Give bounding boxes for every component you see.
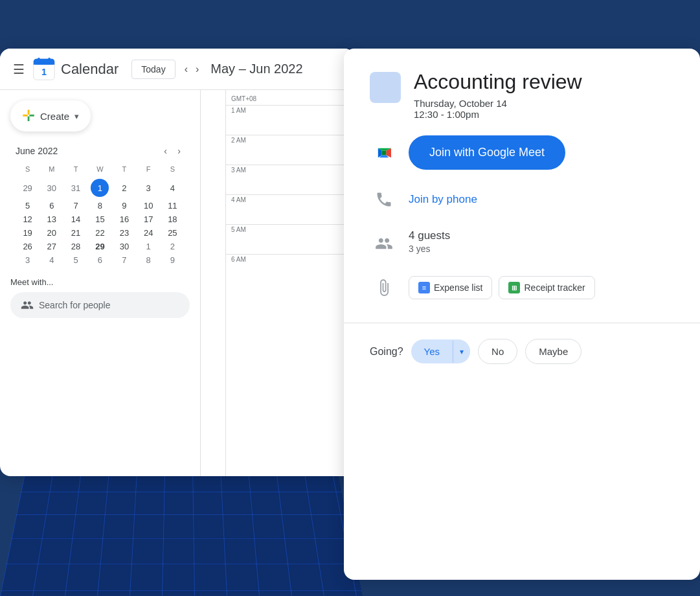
time-row-1am: 1 AM (226, 105, 355, 135)
rsvp-section: Going? Yes ▾ No Maybe (370, 339, 674, 364)
calendar-day[interactable]: 12 (16, 212, 40, 226)
calendar-day[interactable]: 2 (112, 177, 136, 199)
calendar-day[interactable]: 29 (16, 177, 40, 199)
calendar-day[interactable]: 10 (137, 199, 161, 212)
guests-section: 4 guests 3 yes (370, 229, 674, 258)
time-row-5am: 5 AM (226, 224, 355, 254)
event-color-indicator (370, 72, 401, 103)
mini-calendar-month: June 2022 (16, 146, 58, 156)
today-button[interactable]: Today (131, 60, 175, 79)
mini-cal-next[interactable]: › (174, 144, 185, 157)
calendar-day[interactable]: 19 (16, 226, 40, 240)
calendar-day[interactable]: 5 (63, 253, 87, 267)
calendar-day[interactable]: 24 (137, 226, 161, 240)
join-phone-link[interactable]: Join by phone (409, 193, 477, 206)
app-title: Calendar (61, 61, 119, 78)
day-header-thu: T (112, 164, 136, 177)
calendar-day[interactable]: 2 (161, 240, 185, 253)
rsvp-yes-group: Yes ▾ (411, 339, 470, 363)
calendar-day[interactable]: 4 (40, 253, 63, 267)
google-calendar-logo: 1 (32, 58, 56, 81)
calendar-day[interactable]: 28 (63, 240, 87, 253)
date-range-label: May – Jun 2022 (210, 62, 302, 76)
calendar-day[interactable]: 1 (137, 240, 161, 253)
calendar-day[interactable]: 16 (112, 212, 136, 226)
calendar-day[interactable]: 27 (40, 240, 63, 253)
event-date: Thursday, October 14 (414, 98, 582, 109)
calendar-day[interactable]: 3 (137, 177, 161, 199)
day-header-sat: S (161, 164, 185, 177)
create-button[interactable]: ✛ Create ▾ (10, 100, 91, 132)
time-row-3am: 3 AM (226, 165, 355, 194)
guests-yes: 3 yes (409, 244, 450, 254)
svg-rect-6 (48, 58, 51, 62)
phone-icon (375, 190, 393, 209)
event-time: 12:30 - 1:00pm (414, 109, 582, 120)
calendar-day[interactable]: 6 (88, 253, 113, 267)
svg-rect-5 (38, 58, 40, 62)
join-meet-button[interactable]: Join with Google Meet (409, 135, 565, 170)
hamburger-menu-icon[interactable]: ☰ (13, 62, 25, 77)
calendar-day[interactable]: 30 (112, 240, 136, 253)
background-grid (0, 470, 363, 596)
rsvp-yes-button[interactable]: Yes (411, 339, 453, 363)
calendar-day[interactable]: 20 (40, 226, 63, 240)
calendar-day[interactable]: 29 (88, 240, 113, 253)
calendar-day[interactable]: 17 (137, 212, 161, 226)
rsvp-no-button[interactable]: No (478, 339, 517, 364)
day-header-wed: W (88, 164, 113, 177)
calendar-day[interactable]: 6 (40, 199, 63, 212)
calendar-day[interactable]: 8 (88, 199, 113, 212)
meet-with-label: Meet with... (10, 277, 190, 287)
calendar-day[interactable]: 7 (63, 199, 87, 212)
calendar-day[interactable]: 15 (88, 212, 113, 226)
calendar-day[interactable]: 9 (161, 253, 185, 267)
calendar-day[interactable]: 13 (40, 212, 63, 226)
receipt-tracker-chip[interactable]: ⊞ Receipt tracker (499, 276, 594, 299)
calendar-day[interactable]: 18 (161, 212, 185, 226)
mini-calendar: June 2022 ‹ › S M T W T F (10, 144, 190, 267)
next-button[interactable]: › (192, 60, 203, 79)
calendar-day[interactable]: 5 (16, 199, 40, 212)
join-phone-section: Join by phone (370, 185, 674, 214)
attachments-section: ≡ Expense list ⊞ Receipt tracker (370, 273, 674, 302)
guests-icon (375, 235, 393, 253)
calendar-panel: ☰ 1 Calendar Today ‹ › May – Jun 2022 ✛ … (0, 49, 355, 476)
rsvp-yes-dropdown[interactable]: ▾ (453, 341, 470, 363)
event-title: Accounting review (414, 69, 582, 94)
create-chevron-icon: ▾ (74, 111, 79, 121)
calendar-day[interactable]: 26 (16, 240, 40, 253)
day-header-tue: T (63, 164, 87, 177)
time-row-6am: 6 AM (226, 254, 355, 284)
mini-cal-prev[interactable]: ‹ (160, 144, 171, 157)
meet-with-section: Meet with... Search for people (10, 277, 190, 318)
calendar-day[interactable]: 7 (112, 253, 136, 267)
calendar-day[interactable]: 21 (63, 226, 87, 240)
guests-count: 4 guests (409, 229, 450, 242)
prev-button[interactable]: ‹ (181, 60, 192, 79)
calendar-day[interactable]: 1 (88, 177, 113, 199)
calendar-grid: S M T W T F S 29303112345678910111213141… (16, 164, 185, 267)
calendar-day[interactable]: 31 (63, 177, 87, 199)
calendar-day[interactable]: 14 (63, 212, 87, 226)
calendar-day[interactable]: 25 (161, 226, 185, 240)
calendar-day[interactable]: 22 (88, 226, 113, 240)
calendar-day[interactable]: 4 (161, 177, 185, 199)
docs-icon: ≡ (418, 282, 430, 293)
day-header-mon: M (40, 164, 63, 177)
calendar-day[interactable]: 3 (16, 253, 40, 267)
calendar-day[interactable]: 8 (137, 253, 161, 267)
calendar-day[interactable]: 23 (112, 226, 136, 240)
calendar-day[interactable]: 9 (112, 199, 136, 212)
expense-list-chip[interactable]: ≡ Expense list (409, 276, 492, 299)
calendar-day[interactable]: 30 (40, 177, 63, 199)
timeline-panel: GMT+08 1 AM 2 AM 3 AM 4 AM 5 AM 6 AM (225, 90, 355, 476)
calendar-day[interactable]: 11 (161, 199, 185, 212)
google-meet-icon (370, 139, 398, 167)
attachment-icon-wrap (370, 273, 398, 302)
svg-rect-3 (34, 62, 54, 65)
search-people-button[interactable]: Search for people (10, 292, 190, 318)
guests-icon-wrap (370, 229, 398, 258)
rsvp-maybe-button[interactable]: Maybe (525, 339, 581, 364)
time-row-4am: 4 AM (226, 194, 355, 224)
